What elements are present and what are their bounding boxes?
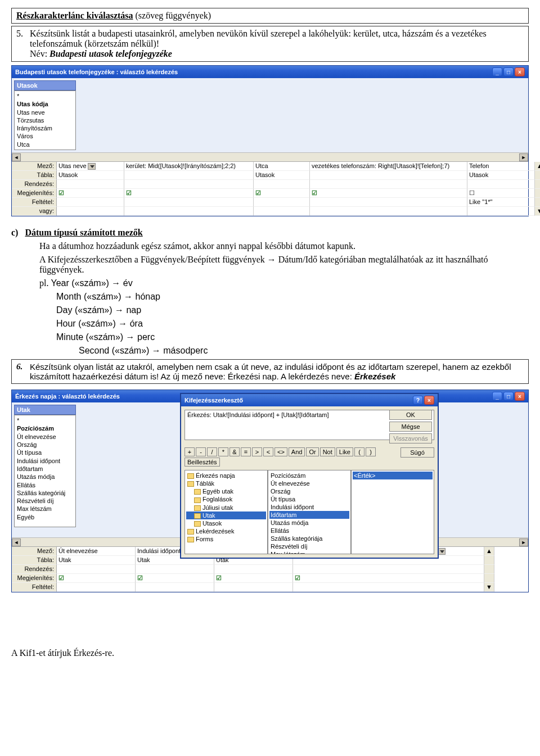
field-item[interactable]: Egyéb [17,513,73,521]
tree-item[interactable]: Egyéb utak [186,487,266,495]
grid-cell-mezo[interactable]: Út elnevezése [57,547,136,556]
list-item-selected[interactable]: <Érték> [353,472,433,479]
grid-cell-feltetel[interactable]: Like "1*" [467,198,535,207]
field-item[interactable]: Út elnevezése [17,433,73,441]
grid-cell[interactable] [57,180,124,189]
show-checkbox[interactable]: ☑ [293,574,484,583]
grid-cell[interactable] [124,180,254,189]
scroll-right-icon[interactable]: ► [519,153,528,161]
grid-cell-feltetel[interactable] [310,198,467,207]
field-list-utak[interactable]: * Pozíciószám Út elnevezése Ország Út tí… [14,415,76,527]
scroll-up-icon[interactable]: ▲ [484,547,494,556]
tree-item-selected[interactable]: Utak [186,511,266,519]
tree-column[interactable]: Érkezés napja Táblák Egyéb utak Foglalás… [184,470,268,554]
field-item[interactable]: Utas neve [17,108,73,116]
tree-item[interactable]: Júliusi utak [186,504,266,511]
field-column[interactable]: Pozíciószám Út elnevezése Ország Út típu… [268,470,351,554]
field-item[interactable]: * [17,417,73,424]
field-item[interactable]: Irányítószám [17,124,73,132]
close-button[interactable]: × [515,392,525,401]
list-item[interactable]: Út típusa [269,495,349,503]
grid-cell-tabla[interactable]: Utasok [57,171,124,180]
op-button[interactable]: ) [366,447,376,456]
grid-cell[interactable] [57,583,136,592]
op-button[interactable]: & [230,447,240,456]
grid-cell[interactable] [214,565,293,574]
minimize-button[interactable]: _ [492,67,502,76]
scroll-left-icon[interactable]: ◄ [12,153,21,161]
show-checkbox[interactable]: ☑ [57,574,136,583]
grid-cell-mezo[interactable]: Utas neve [57,162,124,171]
list-item[interactable]: Szállás kategóriája [269,535,349,542]
show-checkbox[interactable]: ☑ [254,189,310,198]
field-item[interactable]: Szállás kategóriáj [17,489,73,497]
field-item[interactable]: Út típusa [17,449,73,456]
grid-cell[interactable] [254,180,310,189]
op-button[interactable]: And [289,447,305,456]
grid-cell[interactable] [214,583,293,592]
grid-cell-feltetel[interactable] [57,198,124,207]
list-item[interactable]: Részvételi díj [269,542,349,550]
paste-button[interactable]: Beillesztés [184,458,220,467]
list-item[interactable]: Út elnevezése [269,479,349,487]
grid-cell-mezo[interactable]: kerület: Mid([Utasok]![Irányítószám];2;2… [124,162,254,171]
help-button[interactable]: Súgó [400,447,434,458]
field-item[interactable]: Törzsutas [17,116,73,124]
list-item[interactable]: Indulási időpont [269,503,349,511]
grid-cell[interactable] [467,180,535,189]
grid-cell[interactable] [57,207,124,216]
grid-cell[interactable] [254,207,310,216]
grid-cell[interactable] [136,565,214,574]
op-button[interactable]: Like [336,447,353,456]
show-checkbox[interactable]: ☑ [124,189,254,198]
cancel-button[interactable]: Mégse [389,422,432,432]
maximize-button[interactable]: □ [503,392,514,401]
undo-button[interactable]: Visszavonás [389,433,432,443]
field-item[interactable]: Részvételi díj [17,497,73,505]
list-item[interactable]: Pozíciószám [269,472,349,479]
grid-cell[interactable] [136,583,214,592]
show-checkbox[interactable]: ☑ [136,574,214,583]
op-button[interactable]: Not [320,447,335,456]
field-item[interactable]: Utazás módja [17,473,73,481]
maximize-button[interactable]: □ [503,67,514,76]
field-item[interactable]: Utca [17,141,73,148]
field-item[interactable]: Indulási időpont [17,457,73,465]
grid-cell[interactable] [57,565,136,574]
grid-cell-feltetel[interactable] [254,198,310,207]
field-item[interactable]: Max létszám [17,505,73,513]
grid-cell[interactable] [293,583,484,592]
grid-cell[interactable] [310,180,467,189]
op-button[interactable]: ( [354,447,364,456]
field-item[interactable]: Pozíciószám [17,424,73,432]
scroll-right-icon[interactable]: ► [519,538,528,546]
tree-item[interactable]: Táblák [186,479,266,487]
list-item[interactable]: Ellátás [269,527,349,535]
show-checkbox[interactable]: ☑ [214,574,293,583]
op-button[interactable]: + [184,447,195,456]
tree-item[interactable]: Érkezés napja [186,472,266,479]
tree-item[interactable]: Utasok [186,519,266,527]
close-button[interactable]: × [515,67,525,76]
scroll-up-icon[interactable]: ▲ [535,162,540,171]
grid-cell-tabla[interactable]: Utasok [254,171,310,180]
op-button[interactable]: - [196,447,206,456]
list-item[interactable]: Utazás módja [269,519,349,527]
dropdown-icon[interactable] [88,163,96,170]
grid-cell[interactable] [293,565,484,574]
show-checkbox[interactable]: ☑ [57,189,124,198]
field-item[interactable]: Ország [17,441,73,449]
grid-cell-mezo[interactable]: Telefon [467,162,535,171]
scroll-down-icon[interactable]: ▼ [484,583,494,592]
grid-cell-tabla[interactable]: Utak [57,556,136,565]
grid-cell-feltetel[interactable] [124,198,254,207]
grid-cell-mezo[interactable]: vezetékes telefonszám: Right([Utasok]![T… [310,162,467,171]
op-button[interactable]: / [207,447,217,456]
scroll-left-icon[interactable]: ◄ [12,538,21,546]
ok-button[interactable]: OK [389,410,432,420]
op-button[interactable]: < [263,447,273,456]
scroll-down-icon[interactable]: ▼ [535,207,540,216]
show-checkbox[interactable]: ☐ [467,189,535,198]
value-column[interactable]: <Érték> [351,470,434,554]
list-item[interactable]: Ország [269,487,349,495]
